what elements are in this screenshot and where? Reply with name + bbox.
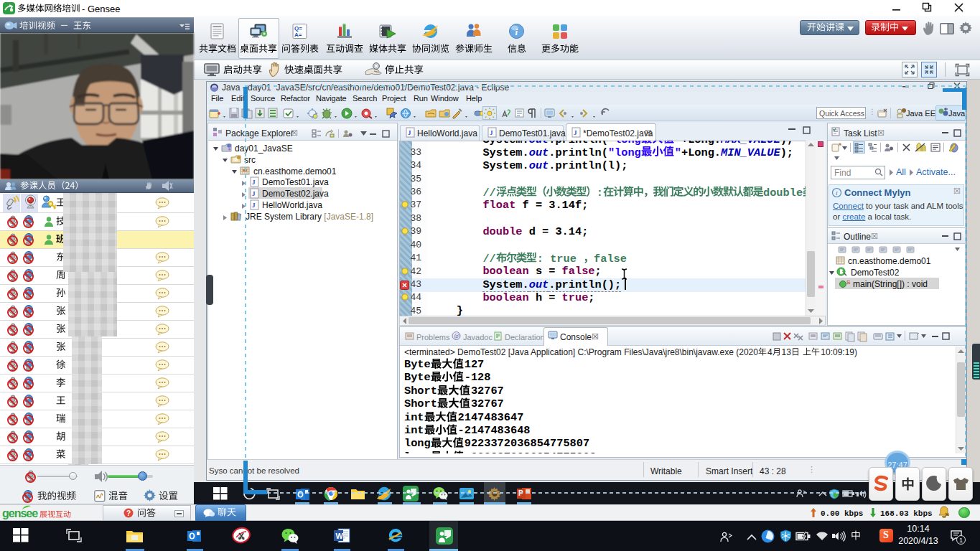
svg-text:?: ? <box>126 509 131 517</box>
svg-text:A=: A= <box>294 32 302 38</box>
svg-text:J: J <box>252 202 256 209</box>
svg-text:P: P <box>518 489 523 497</box>
svg-text:J: J <box>490 129 493 136</box>
svg-text:S: S <box>846 279 850 286</box>
svg-text:W: W <box>336 532 344 540</box>
svg-text:J: J <box>408 129 411 136</box>
svg-text:i: i <box>515 27 518 37</box>
svg-text:J: J <box>252 179 256 186</box>
svg-text:J: J <box>574 129 577 136</box>
svg-text:Q=: Q= <box>294 25 302 32</box>
svg-text:J: J <box>252 190 256 197</box>
svg-text:@: @ <box>454 333 459 339</box>
svg-text:i: i <box>836 189 838 197</box>
